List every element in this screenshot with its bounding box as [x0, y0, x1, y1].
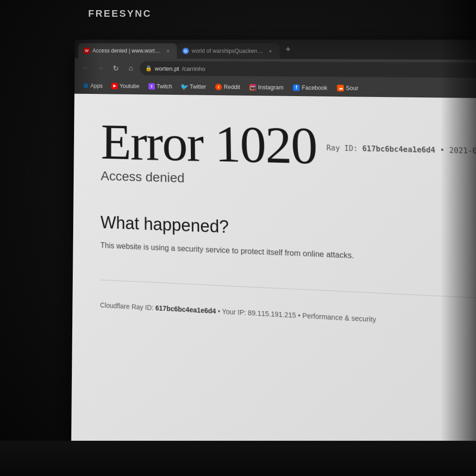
- monitor-bottom-bezel: [0, 441, 476, 476]
- footer-perf: • Performance & security: [298, 311, 376, 324]
- address-bar[interactable]: 🔒 worten.pt /carrinho: [140, 61, 476, 78]
- instagram-icon: 📷: [249, 84, 256, 90]
- bookmark-instagram[interactable]: 📷 Instagram: [245, 82, 287, 92]
- ray-id-value: 617bc6bc4ea1e6d4: [362, 145, 435, 155]
- ray-id-label: Ray ID:: [327, 144, 358, 153]
- freesync-label: FREESYNC: [88, 8, 152, 19]
- ray-id-sep: •: [440, 146, 445, 155]
- lock-icon: 🔒: [145, 65, 152, 71]
- tab-inactive[interactable]: G world of warshipsQuacken – P... ×: [177, 43, 279, 59]
- tab-active[interactable]: W Access denied | www.worten.pt ×: [78, 43, 177, 59]
- bookmark-youtube-label: Youtube: [120, 83, 140, 89]
- bookmark-twitch[interactable]: t Twitch: [145, 82, 176, 91]
- bookmark-apps-label: Apps: [90, 82, 103, 89]
- tab2-title: world of warshipsQuacken – P...: [192, 48, 264, 54]
- tab2-favicon: G: [182, 48, 189, 54]
- timestamp: 2021-01-26 16:: [449, 146, 476, 156]
- twitch-icon: t: [149, 83, 155, 89]
- footer-info: Cloudflare Ray ID: 617bc6bc4ea1e6d4 • Yo…: [100, 299, 476, 335]
- ray-id-line: Ray ID: 617bc6bc4ea1e6d4 • 2021-01-26 16…: [327, 144, 476, 156]
- apps-icon: ⊞: [82, 82, 89, 89]
- bookmark-twitter-label: Twitter: [190, 83, 206, 90]
- url-path: /carrinho: [182, 65, 205, 72]
- divider: [100, 279, 476, 300]
- tab1-title: Access denied | www.worten.pt: [93, 48, 162, 54]
- footer-cf-label: Cloudflare Ray ID:: [100, 301, 153, 312]
- bookmark-facebook-label: Facebook: [301, 84, 327, 91]
- new-tab-btn[interactable]: +: [281, 43, 295, 56]
- bookmark-soundcloud[interactable]: ☁ Sour: [333, 83, 363, 93]
- facebook-icon: f: [293, 84, 300, 91]
- bookmark-instagram-label: Instagram: [258, 84, 283, 90]
- browser-window: W Access denied | www.worten.pt × G worl…: [71, 40, 476, 476]
- soundcloud-icon: ☁: [337, 85, 344, 91]
- footer-ip-label: • Your IP:: [218, 307, 246, 316]
- error-description: This website is using a security service…: [100, 240, 417, 264]
- page-content: Error 1020 Access denied Ray ID: 617bc6b…: [71, 94, 476, 476]
- bookmark-twitter[interactable]: 🐦 Twitter: [178, 82, 210, 91]
- tab1-close-btn[interactable]: ×: [165, 47, 172, 54]
- bookmark-twitch-label: Twitch: [156, 83, 172, 89]
- url-domain: worten.pt: [155, 65, 179, 72]
- bookmark-reddit[interactable]: r Reddit: [212, 82, 244, 92]
- what-happened-heading: What happened?: [100, 212, 476, 248]
- youtube-icon: ▶: [112, 83, 118, 89]
- bookmark-soundcloud-label: Sour: [346, 85, 358, 91]
- bookmark-apps[interactable]: ⊞ Apps: [79, 81, 106, 90]
- forward-btn[interactable]: →: [94, 62, 106, 74]
- tab1-favicon: W: [84, 48, 90, 54]
- error-code: Error 1020: [101, 116, 318, 172]
- tab2-close-btn[interactable]: ×: [267, 48, 274, 55]
- reload-btn[interactable]: ↻: [109, 62, 122, 74]
- bookmark-facebook[interactable]: f Facebook: [289, 83, 331, 93]
- back-btn[interactable]: ←: [79, 62, 91, 74]
- twitter-icon: 🐦: [181, 83, 188, 90]
- bookmark-reddit-label: Reddit: [224, 84, 240, 90]
- footer-ip-value: 89.115.191.215: [248, 309, 296, 320]
- footer-cf-value: 617bc6bc4ea1e6d4: [155, 304, 216, 315]
- tab-bar: W Access denied | www.worten.pt × G worl…: [75, 40, 476, 60]
- reddit-icon: r: [216, 84, 222, 90]
- home-btn[interactable]: ⌂: [124, 62, 137, 74]
- error-subtitle: Access denied: [100, 168, 318, 190]
- bookmark-youtube[interactable]: ▶ Youtube: [108, 81, 143, 90]
